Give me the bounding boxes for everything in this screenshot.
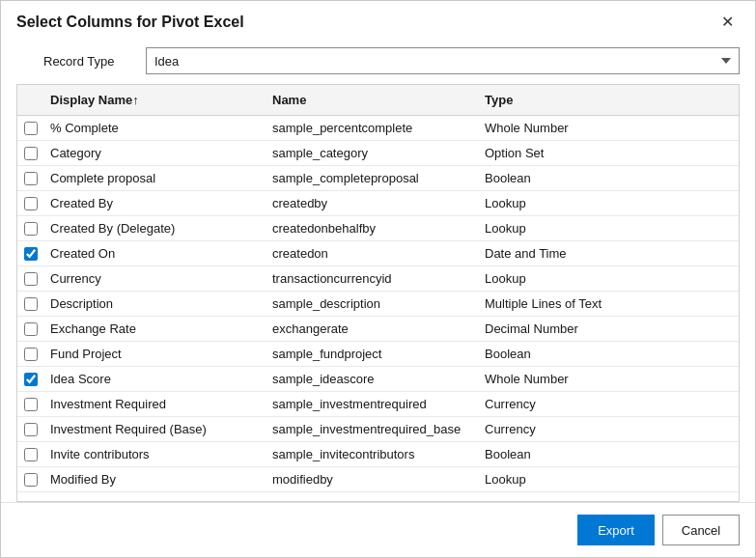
table-row: Descriptionsample_descriptionMultiple Li… bbox=[17, 292, 739, 317]
row-checkbox-14[interactable] bbox=[24, 473, 38, 487]
row-type: Decimal Number bbox=[479, 318, 739, 340]
row-type: Lookup bbox=[479, 468, 739, 490]
row-display-name: Currency bbox=[44, 267, 266, 290]
row-display-name: Modified By bbox=[44, 468, 266, 490]
row-type: Boolean bbox=[479, 443, 739, 465]
row-checkbox-12[interactable] bbox=[24, 423, 38, 436]
row-display-name: Investment Required bbox=[44, 393, 266, 415]
row-display-name: Investment Required (Base) bbox=[44, 418, 266, 440]
row-checkbox-cell[interactable] bbox=[17, 444, 44, 465]
export-button[interactable]: Export bbox=[577, 515, 655, 545]
row-checkbox-9[interactable] bbox=[24, 348, 38, 361]
row-checkbox-cell[interactable] bbox=[17, 218, 44, 239]
row-display-name: Created By bbox=[44, 192, 266, 214]
row-type: Lookup bbox=[479, 192, 739, 214]
row-field-name: createdon bbox=[266, 242, 479, 265]
row-checkbox-6[interactable] bbox=[24, 272, 38, 286]
row-checkbox-1[interactable] bbox=[24, 147, 38, 160]
row-field-name: createdonbehalfby bbox=[266, 217, 479, 239]
row-checkbox-cell[interactable] bbox=[17, 319, 44, 340]
row-checkbox-0[interactable] bbox=[24, 122, 38, 135]
row-checkbox-cell[interactable] bbox=[17, 369, 44, 390]
table-row: Idea Scoresample_ideascoreWhole Number bbox=[17, 367, 739, 392]
row-checkbox-7[interactable] bbox=[24, 297, 38, 311]
table-row: Created By (Delegate)createdonbehalfbyLo… bbox=[17, 216, 739, 241]
table-row: Investment Requiredsample_investmentrequ… bbox=[17, 392, 739, 417]
cancel-button[interactable]: Cancel bbox=[662, 515, 740, 545]
row-checkbox-4[interactable] bbox=[24, 222, 38, 236]
row-field-name: sample_fundproject bbox=[266, 343, 479, 365]
close-button[interactable]: ✕ bbox=[715, 13, 740, 32]
table-row: Created BycreatedbyLookup bbox=[17, 191, 739, 216]
table-row: % Completesample_percentcompleteWhole Nu… bbox=[17, 116, 739, 141]
row-checkbox-cell[interactable] bbox=[17, 419, 44, 440]
row-display-name: Created By (Delegate) bbox=[44, 217, 266, 239]
row-field-name: sample_category bbox=[266, 142, 479, 164]
row-checkbox-cell[interactable] bbox=[17, 394, 44, 415]
row-display-name: Invite contributors bbox=[44, 443, 266, 465]
row-field-name: sample_completeproposal bbox=[266, 167, 479, 189]
columns-table: Display Name↑ Name Type % Completesample… bbox=[16, 84, 740, 502]
table-row: Created OncreatedonDate and Time bbox=[17, 241, 739, 266]
row-type: Option Set bbox=[479, 142, 739, 164]
col-header-display-name: Display Name↑ bbox=[44, 85, 266, 115]
row-field-name: sample_invitecontributors bbox=[266, 443, 479, 465]
table-body: % Completesample_percentcompleteWhole Nu… bbox=[17, 116, 739, 501]
row-type: Currency bbox=[479, 393, 739, 415]
row-field-name: exchangerate bbox=[266, 318, 479, 340]
row-checkbox-cell[interactable] bbox=[17, 268, 44, 290]
row-type: Lookup bbox=[479, 217, 739, 239]
row-checkbox-cell[interactable] bbox=[17, 344, 44, 365]
row-field-name: sample_investmentrequired bbox=[266, 393, 479, 415]
table-row: CurrencytransactioncurrencyidLookup bbox=[17, 266, 739, 292]
row-field-name: sample_investmentrequired_base bbox=[266, 418, 479, 440]
row-checkbox-13[interactable] bbox=[24, 448, 38, 461]
row-checkbox-cell[interactable] bbox=[17, 143, 44, 164]
row-checkbox-cell[interactable] bbox=[17, 193, 44, 214]
row-checkbox-3[interactable] bbox=[24, 197, 38, 210]
row-display-name: % Complete bbox=[44, 117, 266, 139]
row-display-name: Category bbox=[44, 142, 266, 164]
record-type-row: Record Type Idea bbox=[1, 40, 755, 84]
row-type: Currency bbox=[479, 418, 739, 440]
row-checkbox-cell[interactable] bbox=[17, 243, 44, 265]
row-checkbox-11[interactable] bbox=[24, 398, 38, 411]
row-field-name: sample_ideascore bbox=[266, 368, 479, 390]
row-type: Whole Number bbox=[479, 117, 739, 139]
col-header-checkbox bbox=[17, 85, 44, 115]
row-field-name: transactioncurrencyid bbox=[266, 267, 479, 290]
dialog-footer: Export Cancel bbox=[1, 502, 755, 557]
record-type-select[interactable]: Idea bbox=[146, 47, 740, 74]
row-checkbox-8[interactable] bbox=[24, 322, 38, 336]
row-field-name: sample_percentcomplete bbox=[266, 117, 479, 139]
row-type: Boolean bbox=[479, 343, 739, 365]
row-type: Boolean bbox=[479, 167, 739, 189]
row-field-name: modifiedby bbox=[266, 468, 479, 490]
row-display-name: Exchange Rate bbox=[44, 318, 266, 340]
table-row: Exchange RateexchangerateDecimal Number bbox=[17, 317, 739, 342]
dialog-title: Select Columns for Pivot Excel bbox=[16, 14, 244, 31]
title-bar: Select Columns for Pivot Excel ✕ bbox=[1, 1, 755, 40]
table-row: Investment Required (Base)sample_investm… bbox=[17, 417, 739, 442]
row-type: Multiple Lines of Text bbox=[479, 293, 739, 315]
row-type: Date and Time bbox=[479, 242, 739, 265]
table-row: Complete proposalsample_completeproposal… bbox=[17, 166, 739, 191]
col-header-type: Type bbox=[479, 85, 739, 115]
row-checkbox-2[interactable] bbox=[24, 172, 38, 185]
table-header: Display Name↑ Name Type bbox=[17, 85, 739, 116]
row-display-name: Created On bbox=[44, 242, 266, 265]
row-checkbox-5[interactable] bbox=[24, 247, 38, 261]
row-checkbox-cell[interactable] bbox=[17, 118, 44, 139]
row-type: Whole Number bbox=[479, 368, 739, 390]
row-display-name: Complete proposal bbox=[44, 167, 266, 189]
col-header-name: Name bbox=[266, 85, 479, 115]
row-display-name: Description bbox=[44, 293, 266, 315]
table-row: Invite contributorssample_invitecontribu… bbox=[17, 442, 739, 467]
row-checkbox-cell[interactable] bbox=[17, 469, 44, 490]
row-checkbox-cell[interactable] bbox=[17, 293, 44, 315]
row-checkbox-10[interactable] bbox=[24, 373, 38, 386]
row-checkbox-cell[interactable] bbox=[17, 168, 44, 189]
row-field-name: sample_description bbox=[266, 293, 479, 315]
row-type: Lookup bbox=[479, 267, 739, 290]
row-display-name: Fund Project bbox=[44, 343, 266, 365]
